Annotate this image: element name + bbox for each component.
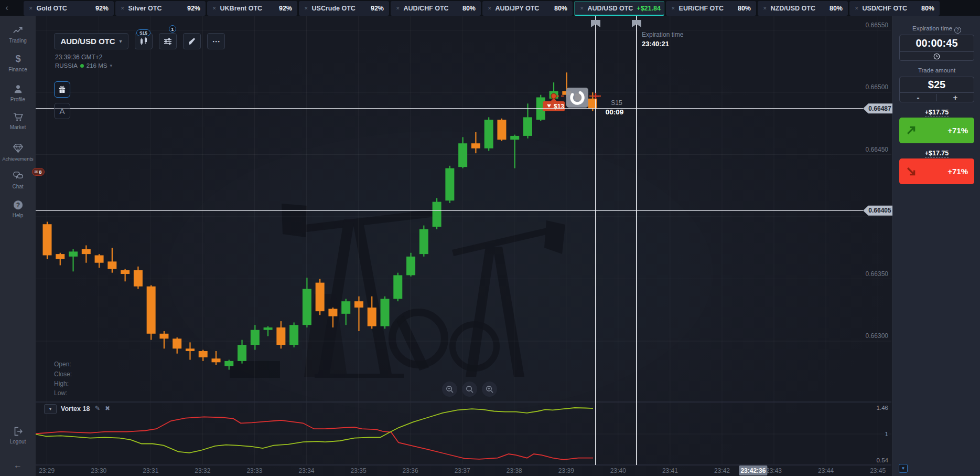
indicator-collapse-button[interactable]: ▾ bbox=[44, 404, 57, 414]
server-latency: 216 MS bbox=[87, 62, 107, 69]
tab-asset-name: AUD/USD OTC bbox=[588, 5, 633, 12]
annotation-tool-button[interactable]: A bbox=[54, 103, 70, 119]
nav-sidebar: Trading$FinanceProfileMarketAchievements… bbox=[0, 16, 36, 476]
close-tab-icon[interactable]: ✕ bbox=[121, 6, 125, 11]
magnifier-icon bbox=[466, 385, 474, 394]
tab-asset-name: USCrude OTC bbox=[312, 5, 356, 12]
chart-background bbox=[36, 16, 892, 476]
sidebar-item-trading[interactable]: Trading bbox=[0, 24, 36, 44]
asset-tab-aud-chf-otc[interactable]: ✕AUD/CHF OTC80% bbox=[391, 1, 481, 16]
sidebar-item-label: Market bbox=[0, 124, 36, 130]
arrow-down-right-icon bbox=[906, 166, 917, 177]
connection-status-dot bbox=[80, 64, 84, 68]
sidebar-item-label: Trading bbox=[0, 38, 36, 44]
zoom-in-button[interactable] bbox=[482, 382, 497, 397]
sell-down-button[interactable]: +71% bbox=[899, 158, 974, 184]
more-tools-button[interactable]: ⋯ bbox=[207, 33, 225, 49]
tab-payout-percent: 92% bbox=[371, 5, 384, 12]
sidebar-item-help[interactable]: ?Help bbox=[0, 199, 36, 218]
ohlc-low-label: Low: bbox=[54, 389, 67, 397]
tab-asset-name: USD/CHF OTC bbox=[863, 5, 907, 12]
sidebar-item-achievements[interactable]: Achievements bbox=[0, 142, 36, 162]
indicator-remove-icon[interactable]: ✖ bbox=[105, 405, 110, 412]
sidebar-collapse-button[interactable]: ← bbox=[0, 461, 36, 470]
close-tab-icon[interactable]: ✕ bbox=[671, 6, 675, 11]
amount-decrease-button[interactable]: - bbox=[900, 93, 936, 102]
help-circle-icon[interactable]: ? bbox=[954, 27, 961, 34]
tabs-back-chevron-icon[interactable]: ‹ bbox=[2, 2, 12, 14]
indicator-edit-pencil-icon[interactable]: ✎ bbox=[95, 405, 100, 412]
close-tab-icon[interactable]: ✕ bbox=[212, 6, 217, 11]
buy-up-button[interactable]: +71% bbox=[899, 118, 974, 143]
asset-tab-aud-jpy-otc[interactable]: ✕AUD/JPY OTC80% bbox=[482, 1, 573, 16]
asset-tab-aud-usd-otc[interactable]: ✕AUD/USD OTC+$21.84 bbox=[574, 1, 664, 16]
asset-tab-usd-chf-otc[interactable]: ✕USD/CHF OTC80% bbox=[849, 1, 940, 16]
close-tab-icon[interactable]: ✕ bbox=[580, 6, 584, 11]
server-status[interactable]: RUSSIA 216 MS ▾ bbox=[55, 62, 112, 69]
candles-icon bbox=[139, 36, 149, 46]
active-indicators-badge[interactable]: 1 bbox=[169, 25, 176, 33]
close-tab-icon[interactable]: ✕ bbox=[304, 6, 308, 11]
asset-tab-uscrude-otc[interactable]: ✕USCrude OTC92% bbox=[299, 1, 389, 16]
sell-payout: +$17.75 bbox=[893, 148, 980, 157]
tab-payout-percent: 80% bbox=[738, 5, 751, 12]
zoom-reset-button[interactable] bbox=[462, 382, 477, 397]
trade-amount-label: Trade amount bbox=[893, 67, 980, 73]
tab-asset-name: AUD/JPY OTC bbox=[496, 5, 540, 12]
ohlc-high-label: High: bbox=[54, 380, 69, 387]
sliders-icon bbox=[163, 37, 173, 46]
expiration-time-box: 00:00:45 bbox=[899, 35, 974, 61]
close-tab-icon[interactable]: ✕ bbox=[488, 6, 492, 11]
logout-icon bbox=[12, 426, 24, 437]
pair-name: AUD/USD OTC bbox=[60, 37, 115, 46]
ohlc-open-label: Open: bbox=[54, 361, 71, 368]
sidebar-item-label: Chat bbox=[0, 184, 36, 189]
sidebar-item-label: Profile bbox=[0, 97, 36, 102]
indicators-button[interactable] bbox=[159, 33, 177, 49]
sidebar-item-market[interactable]: Market bbox=[0, 111, 36, 130]
asset-tab-nzd-usd-otc[interactable]: ✕NZD/USD OTC80% bbox=[758, 1, 848, 16]
close-tab-icon[interactable]: ✕ bbox=[855, 6, 859, 11]
zoom-out-button[interactable] bbox=[442, 382, 457, 397]
expiration-clock-button[interactable] bbox=[900, 52, 974, 61]
gift-promo-button[interactable] bbox=[54, 81, 70, 98]
pair-selector-button[interactable]: AUD/USD OTC ▾ bbox=[54, 33, 128, 49]
chevron-down-icon: ▾ bbox=[110, 63, 112, 68]
asset-tab-eur-chf-otc[interactable]: ✕EUR/CHF OTC80% bbox=[666, 1, 756, 16]
zoom-out-icon bbox=[446, 385, 454, 394]
close-tab-icon[interactable]: ✕ bbox=[29, 6, 33, 11]
sidebar-item-label: Achievements bbox=[0, 156, 36, 162]
sidebar-item-label: Logout bbox=[0, 439, 36, 445]
arrow-left-icon: ← bbox=[0, 461, 36, 470]
timeframe-badge[interactable]: S15 bbox=[136, 29, 150, 36]
ohlc-close-label: Close: bbox=[54, 371, 72, 378]
asset-tab-silver-otc[interactable]: ✕Silver OTC92% bbox=[115, 1, 206, 16]
close-tab-icon[interactable]: ✕ bbox=[396, 6, 400, 11]
close-tab-icon[interactable]: ✕ bbox=[763, 6, 767, 11]
amount-increase-button[interactable]: + bbox=[937, 93, 974, 102]
svg-text:$: $ bbox=[15, 54, 20, 64]
envelope-icon: ✉ bbox=[35, 170, 38, 174]
sidebar-item-label: Help bbox=[0, 213, 36, 218]
local-clock: 23:39:36 GMT+2 bbox=[55, 54, 102, 61]
sidebar-item-chat[interactable]: ✉8Chat bbox=[0, 170, 36, 189]
sidebar-item-profile[interactable]: Profile bbox=[0, 83, 36, 102]
trade-amount-input[interactable]: $25 bbox=[900, 77, 974, 92]
drawing-tools-button[interactable] bbox=[183, 33, 201, 49]
asset-tab-gold-otc[interactable]: ✕Gold OTC92% bbox=[24, 1, 114, 16]
sidebar-item-logout[interactable]: Logout bbox=[0, 426, 36, 445]
expiration-time-input[interactable]: 00:00:45 bbox=[900, 35, 974, 51]
indicator-name: Vortex 18 bbox=[61, 405, 90, 412]
tab-asset-name: EUR/CHF OTC bbox=[679, 5, 724, 12]
asset-tab-ukbrent-otc[interactable]: ✕UKBrent OTC92% bbox=[207, 1, 297, 16]
clock-icon bbox=[933, 53, 940, 60]
tab-asset-name: AUD/CHF OTC bbox=[404, 5, 449, 12]
tab-payout-percent: 92% bbox=[279, 5, 292, 12]
tab-asset-name: Gold OTC bbox=[37, 5, 67, 12]
tab-payout-percent: 80% bbox=[462, 5, 476, 12]
sidebar-item-finance[interactable]: $Finance bbox=[0, 53, 36, 72]
panel-expand-button[interactable]: ▼ bbox=[899, 464, 908, 473]
server-region: RUSSIA bbox=[55, 62, 78, 69]
expiration-time-label: Expiration time? bbox=[893, 25, 980, 34]
svg-text:?: ? bbox=[16, 202, 19, 209]
